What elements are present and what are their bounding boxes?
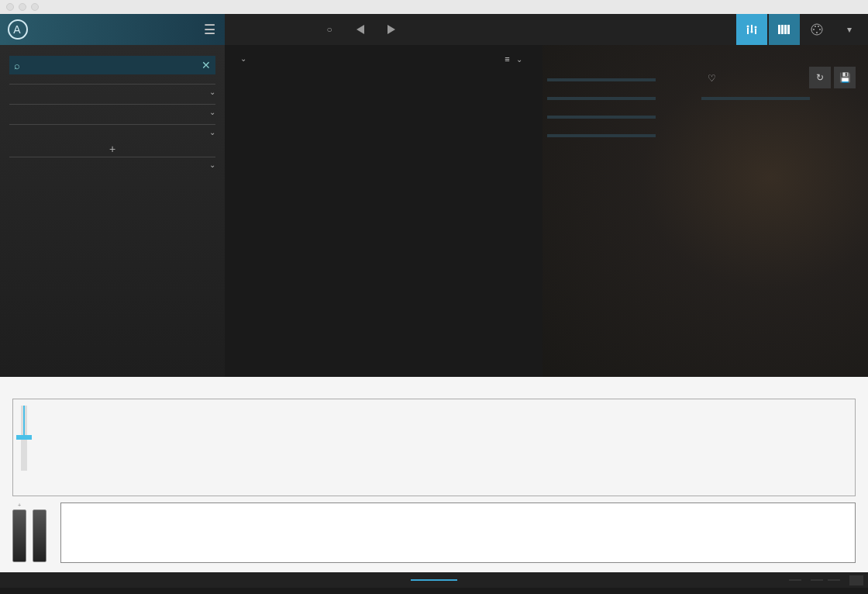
preset-panel: ↻ 💾 ♡ [535, 45, 868, 377]
app-header: A ☰ ○ ▾ [0, 14, 868, 45]
cpu-meter [849, 575, 863, 585]
add-playlist-button[interactable]: + [9, 143, 215, 155]
chevron-down-icon[interactable]: ⌄ [209, 108, 215, 116]
chevron-down-icon[interactable]: ⌄ [209, 161, 215, 169]
search-input[interactable] [20, 60, 202, 71]
window-min-icon[interactable] [19, 3, 26, 11]
dropdown-icon[interactable]: ▾ [834, 14, 865, 45]
chevron-down-icon[interactable]: ⌄ [209, 88, 215, 96]
results-panel: ⌄ ≡ ⌄ [225, 45, 535, 377]
keyboard-view-icon[interactable] [769, 14, 800, 45]
midi-controller-value[interactable] [789, 579, 801, 581]
controller-panel [0, 377, 868, 499]
brand-area: A ☰ [0, 14, 225, 45]
browser-view-icon[interactable] [736, 14, 767, 45]
menu-icon[interactable]: ☰ [204, 22, 217, 38]
results-footer [225, 68, 535, 81]
get-full-version-button[interactable] [411, 579, 457, 581]
window-close-icon[interactable] [6, 3, 14, 11]
svg-point-15 [815, 26, 816, 27]
svg-rect-3 [747, 28, 749, 34]
b■■■■■-bar [0, 572, 868, 588]
field-bank-value[interactable] [547, 116, 656, 119]
svg-rect-8 [778, 25, 780, 34]
knob-grid [43, 406, 450, 500]
field-instrument-value[interactable] [701, 97, 810, 100]
midi-icon[interactable] [801, 14, 832, 45]
svg-point-17 [816, 32, 818, 33]
chevron-down-icon[interactable]: ⌄ [209, 128, 215, 136]
save-icon[interactable]: 💾 [834, 67, 856, 88]
mod-wheel[interactable] [33, 509, 46, 562]
list-icon[interactable]: ≡ [505, 54, 511, 64]
titlebar [0, 0, 868, 14]
window-max-icon[interactable] [31, 3, 39, 11]
arturia-logo-icon: A [8, 19, 28, 40]
search-icon: ⌕ [14, 60, 20, 71]
svg-rect-10 [784, 25, 787, 34]
chevron-down-icon[interactable]: ⌄ [516, 55, 524, 64]
piano-keyboard[interactable] [60, 502, 856, 563]
clear-search-icon[interactable]: ✕ [202, 59, 211, 71]
svg-marker-1 [388, 25, 395, 34]
field-designer-value[interactable] [547, 134, 656, 137]
prev-preset-button[interactable] [349, 18, 372, 41]
svg-rect-9 [781, 25, 784, 34]
heart-icon[interactable]: ♡ [708, 73, 716, 84]
volume-slider[interactable] [21, 406, 27, 471]
refresh-icon[interactable]: ↻ [809, 67, 831, 88]
svg-point-2 [747, 26, 749, 28]
field-type-value[interactable] [547, 97, 656, 100]
svg-rect-5 [751, 25, 753, 31]
svg-point-6 [755, 26, 757, 29]
field-name-value[interactable] [547, 78, 656, 81]
svg-rect-11 [787, 25, 790, 34]
panic-button[interactable] [828, 579, 840, 581]
svg-point-13 [813, 29, 815, 30]
svg-rect-7 [755, 29, 756, 34]
next-preset-button[interactable] [380, 18, 403, 41]
midi-ch-value[interactable] [811, 579, 823, 581]
svg-point-14 [819, 29, 821, 30]
svg-point-16 [818, 26, 819, 27]
preset-fav-icon[interactable]: ○ [318, 18, 341, 41]
chevron-down-icon[interactable]: ⌄ [240, 54, 248, 63]
sidebar: ⌕ ✕ ⌄ ⌄ ⌄ + ⌄ [0, 45, 225, 377]
keyboard-area: + [0, 499, 868, 572]
search-box[interactable]: ⌕ ✕ [9, 56, 215, 74]
pitch-wheel[interactable] [12, 509, 26, 562]
svg-marker-0 [356, 25, 364, 34]
